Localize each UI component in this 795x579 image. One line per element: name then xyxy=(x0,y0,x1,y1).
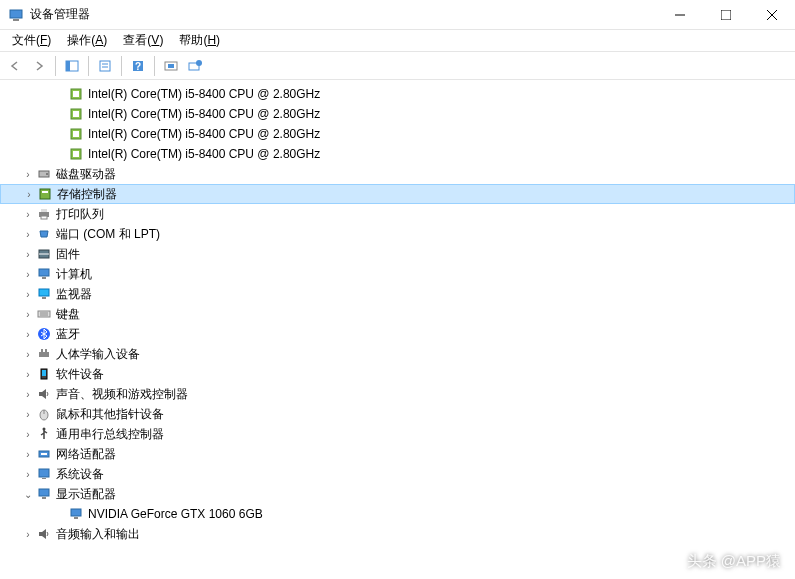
tree-node-monitors[interactable]: ›监视器 xyxy=(0,284,795,304)
tree-node-ports[interactable]: ›端口 (COM 和 LPT) xyxy=(0,224,795,244)
svg-rect-44 xyxy=(45,349,47,352)
svg-rect-1 xyxy=(13,19,19,21)
cpu-icon xyxy=(68,146,84,162)
svg-point-16 xyxy=(196,60,202,66)
tree-node-computer[interactable]: ›计算机 xyxy=(0,264,795,284)
expand-icon[interactable]: › xyxy=(20,366,36,382)
expand-icon[interactable]: › xyxy=(20,306,36,322)
menubar: 文件(F) 操作(A) 查看(V) 帮助(H) xyxy=(0,30,795,52)
maximize-button[interactable] xyxy=(703,0,749,30)
display-icon xyxy=(68,506,84,522)
expand-icon[interactable]: › xyxy=(20,286,36,302)
tree-node-print-queues[interactable]: ›打印队列 xyxy=(0,204,795,224)
close-button[interactable] xyxy=(749,0,795,30)
tree-node-software-devices[interactable]: ›软件设备 xyxy=(0,364,795,384)
menu-action[interactable]: 操作(A) xyxy=(59,30,115,51)
expand-icon[interactable]: › xyxy=(20,346,36,362)
printer-icon xyxy=(36,206,52,222)
scan-hardware-button[interactable] xyxy=(160,55,182,77)
svg-rect-36 xyxy=(39,289,49,296)
tree-node-cpu[interactable]: Intel(R) Core(TM) i5-8400 CPU @ 2.80GHz xyxy=(0,124,795,144)
menu-view[interactable]: 查看(V) xyxy=(115,30,171,51)
expand-icon[interactable]: › xyxy=(20,246,36,262)
tree-node-gpu[interactable]: NVIDIA GeForce GTX 1060 6GB xyxy=(0,504,795,524)
minimize-button[interactable] xyxy=(657,0,703,30)
expand-icon[interactable]: › xyxy=(20,426,36,442)
svg-rect-31 xyxy=(41,216,47,219)
expand-icon[interactable]: › xyxy=(20,226,36,242)
add-hardware-button[interactable] xyxy=(184,55,206,77)
svg-point-26 xyxy=(46,173,48,175)
svg-rect-54 xyxy=(39,489,49,496)
expand-icon[interactable]: › xyxy=(20,266,36,282)
tree-node-sound-controllers[interactable]: ›声音、视频和游戏控制器 xyxy=(0,384,795,404)
tree-node-keyboards[interactable]: ›键盘 xyxy=(0,304,795,324)
tree-node-display-adapters[interactable]: ⌄显示适配器 xyxy=(0,484,795,504)
svg-rect-8 xyxy=(100,61,110,71)
back-button[interactable] xyxy=(4,55,26,77)
bluetooth-icon xyxy=(36,326,52,342)
tree-node-network-adapters[interactable]: ›网络适配器 xyxy=(0,444,795,464)
tree-node-hid[interactable]: ›人体学输入设备 xyxy=(0,344,795,364)
tree-node-usb-controllers[interactable]: ›通用串行总线控制器 xyxy=(0,424,795,444)
monitor-icon xyxy=(36,286,52,302)
app-icon xyxy=(8,7,24,23)
tree-node-cpu[interactable]: Intel(R) Core(TM) i5-8400 CPU @ 2.80GHz xyxy=(0,104,795,124)
port-icon xyxy=(36,226,52,242)
tree-node-audio-io[interactable]: ›音频输入和输出 xyxy=(0,524,795,544)
expand-icon[interactable]: › xyxy=(20,326,36,342)
system-icon xyxy=(36,466,52,482)
svg-rect-34 xyxy=(39,269,49,276)
menu-file[interactable]: 文件(F) xyxy=(4,30,59,51)
expand-icon[interactable]: › xyxy=(20,166,36,182)
window-title: 设备管理器 xyxy=(30,6,657,23)
tree-node-cpu[interactable]: Intel(R) Core(TM) i5-8400 CPU @ 2.80GHz xyxy=(0,144,795,164)
tree-node-mice[interactable]: ›鼠标和其他指针设备 xyxy=(0,404,795,424)
expand-icon[interactable]: › xyxy=(20,466,36,482)
svg-rect-7 xyxy=(66,61,70,71)
properties-button[interactable] xyxy=(94,55,116,77)
tree-node-cpu[interactable]: Intel(R) Core(TM) i5-8400 CPU @ 2.80GHz xyxy=(0,84,795,104)
svg-rect-27 xyxy=(40,189,50,199)
expand-icon[interactable]: › xyxy=(20,526,36,542)
tree-node-storage-controllers[interactable]: ›存储控制器 xyxy=(0,184,795,204)
tree-node-bluetooth[interactable]: ›蓝牙 xyxy=(0,324,795,344)
svg-rect-42 xyxy=(39,352,49,357)
svg-rect-20 xyxy=(73,111,79,117)
svg-rect-22 xyxy=(73,131,79,137)
titlebar: 设备管理器 xyxy=(0,0,795,30)
tree-node-system-devices[interactable]: ›系统设备 xyxy=(0,464,795,484)
tree-node-disk-drives[interactable]: ›磁盘驱动器 xyxy=(0,164,795,184)
svg-rect-46 xyxy=(42,370,46,376)
separator xyxy=(121,56,122,76)
collapse-icon[interactable]: ⌄ xyxy=(20,486,36,502)
keyboard-icon xyxy=(36,306,52,322)
show-hide-console-button[interactable] xyxy=(61,55,83,77)
speaker-icon xyxy=(36,526,52,542)
separator xyxy=(154,56,155,76)
cpu-icon xyxy=(68,106,84,122)
toolbar: ? xyxy=(0,52,795,80)
svg-rect-30 xyxy=(41,209,47,212)
svg-rect-38 xyxy=(38,311,50,317)
storage-icon xyxy=(37,186,53,202)
cpu-icon xyxy=(68,86,84,102)
software-icon xyxy=(36,366,52,382)
menu-help[interactable]: 帮助(H) xyxy=(171,30,228,51)
expand-icon[interactable]: › xyxy=(20,446,36,462)
svg-rect-57 xyxy=(74,517,78,519)
expand-icon[interactable]: › xyxy=(20,206,36,222)
expand-icon[interactable]: › xyxy=(21,186,37,202)
svg-rect-3 xyxy=(721,10,731,20)
svg-rect-52 xyxy=(39,469,49,477)
device-tree[interactable]: Intel(R) Core(TM) i5-8400 CPU @ 2.80GHz … xyxy=(0,80,795,579)
svg-text:?: ? xyxy=(135,61,141,72)
separator xyxy=(88,56,89,76)
help-button[interactable]: ? xyxy=(127,55,149,77)
speaker-icon xyxy=(36,386,52,402)
expand-icon[interactable]: › xyxy=(20,386,36,402)
svg-rect-51 xyxy=(41,453,47,455)
forward-button[interactable] xyxy=(28,55,50,77)
expand-icon[interactable]: › xyxy=(20,406,36,422)
tree-node-firmware[interactable]: ›固件 xyxy=(0,244,795,264)
